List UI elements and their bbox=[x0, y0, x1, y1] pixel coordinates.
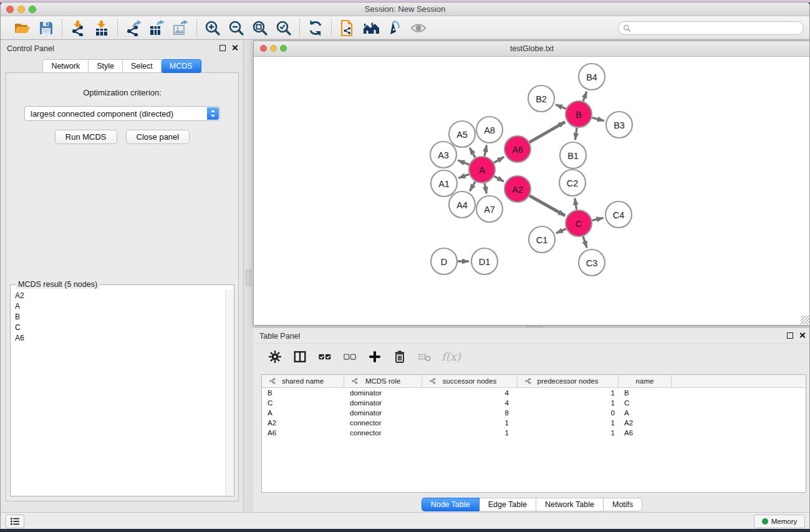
table-cell[interactable]: connector bbox=[344, 419, 422, 427]
task-history-button[interactable] bbox=[6, 515, 24, 528]
table-float-panel-icon[interactable] bbox=[787, 332, 793, 339]
network-file-icon[interactable] bbox=[338, 19, 357, 37]
refresh-icon[interactable] bbox=[306, 19, 325, 37]
tab-style[interactable]: Style bbox=[89, 59, 123, 73]
visual-style-icon[interactable] bbox=[385, 19, 404, 37]
zoom-selected-icon[interactable] bbox=[274, 19, 293, 37]
edge-B-B4[interactable] bbox=[583, 92, 586, 102]
edge-A2-C[interactable] bbox=[529, 196, 565, 216]
node-C2[interactable]: C2 bbox=[559, 170, 586, 196]
node-A7[interactable]: A7 bbox=[476, 196, 503, 222]
table-cell[interactable]: 1 bbox=[518, 429, 619, 437]
tab-edge-table[interactable]: Edge Table bbox=[480, 498, 536, 511]
import-network-icon[interactable] bbox=[69, 19, 87, 37]
add-row-icon[interactable] bbox=[367, 349, 383, 365]
node-B[interactable]: B bbox=[566, 101, 592, 127]
edge-A-A1[interactable] bbox=[459, 174, 470, 178]
table-row[interactable]: Cdominator41C bbox=[262, 398, 806, 408]
table-close-panel-icon[interactable] bbox=[799, 332, 806, 339]
select-all-icon[interactable] bbox=[317, 349, 333, 365]
save-icon[interactable] bbox=[37, 19, 55, 37]
node-A8[interactable]: A8 bbox=[476, 117, 503, 143]
export-image-icon[interactable] bbox=[171, 19, 190, 37]
columns-icon[interactable] bbox=[292, 349, 308, 365]
table-cell[interactable]: 1 bbox=[422, 429, 518, 437]
node-A1[interactable]: A1 bbox=[431, 170, 457, 196]
table-cell[interactable]: connector bbox=[344, 429, 422, 437]
node-C1[interactable]: C1 bbox=[529, 226, 555, 253]
node-C4[interactable]: C4 bbox=[605, 201, 632, 228]
tab-node-table[interactable]: Node Table bbox=[422, 498, 480, 511]
run-mcds-button[interactable]: Run MCDS bbox=[55, 130, 117, 144]
node-A3[interactable]: A3 bbox=[430, 142, 456, 168]
result-scrollbar[interactable] bbox=[225, 290, 233, 495]
deselect-all-icon[interactable] bbox=[342, 349, 358, 365]
table-cell[interactable]: A2 bbox=[262, 419, 344, 427]
zoom-out-icon[interactable] bbox=[227, 19, 246, 37]
export-network-icon[interactable] bbox=[124, 19, 143, 37]
float-panel-icon[interactable] bbox=[219, 45, 226, 51]
tab-network-table[interactable]: Network Table bbox=[536, 498, 604, 511]
table-cell[interactable]: dominator bbox=[344, 389, 422, 397]
eye-icon[interactable] bbox=[409, 19, 428, 37]
edge-A-A8[interactable] bbox=[485, 145, 486, 157]
delete-table-icon[interactable] bbox=[417, 349, 433, 365]
window-resize-grip[interactable] bbox=[801, 316, 809, 324]
edge-C-C3[interactable] bbox=[583, 236, 587, 248]
table-cell[interactable]: 1 bbox=[518, 419, 619, 427]
app-titlebar[interactable]: Session: New Session bbox=[1, 2, 809, 16]
edge-A-A3[interactable] bbox=[458, 160, 469, 165]
column-header-MCDS-role[interactable]: MCDS role bbox=[344, 375, 422, 387]
column-header-successor-nodes[interactable]: successor nodes bbox=[422, 375, 518, 387]
node-B1[interactable]: B1 bbox=[560, 142, 586, 168]
node-C[interactable]: C bbox=[566, 210, 592, 236]
result-item[interactable]: A bbox=[11, 301, 224, 311]
table-cell[interactable]: A6 bbox=[619, 429, 672, 437]
table-cell[interactable]: A bbox=[262, 409, 344, 417]
result-item[interactable]: B bbox=[11, 311, 224, 322]
network-canvas[interactable]: B4B2BB3A5A8A6A3B1AA1C2A2A4A7C4CC1C3DD1 bbox=[254, 57, 810, 325]
table-cell[interactable]: 4 bbox=[422, 389, 518, 397]
search-field[interactable] bbox=[618, 21, 804, 35]
node-D[interactable]: D bbox=[431, 248, 457, 274]
mcds-result-list[interactable]: A2ABCA6 bbox=[11, 290, 224, 495]
delete-row-icon[interactable] bbox=[392, 349, 408, 365]
import-table-icon[interactable] bbox=[92, 19, 111, 37]
node-A5[interactable]: A5 bbox=[449, 121, 475, 147]
column-header-shared-name[interactable]: shared name bbox=[262, 375, 344, 387]
edge-B-B2[interactable] bbox=[556, 105, 566, 109]
result-item[interactable]: A6 bbox=[11, 332, 224, 343]
table-cell[interactable]: 1 bbox=[518, 389, 619, 397]
edge-A-A6[interactable] bbox=[494, 157, 504, 163]
edge-C-C1[interactable] bbox=[556, 229, 566, 233]
node-B3[interactable]: B3 bbox=[606, 112, 632, 138]
result-item[interactable]: C bbox=[11, 322, 224, 332]
memory-button[interactable]: Memory bbox=[754, 515, 805, 528]
tab-motifs[interactable]: Motifs bbox=[604, 498, 642, 511]
criterion-dropdown[interactable]: largest connected component (directed) bbox=[24, 106, 220, 121]
zoom-fit-icon[interactable] bbox=[251, 19, 269, 37]
node-A6[interactable]: A6 bbox=[504, 136, 531, 162]
export-table-icon[interactable] bbox=[148, 19, 166, 37]
edge-A-A4[interactable] bbox=[470, 181, 475, 191]
table-cell[interactable]: A6 bbox=[262, 429, 344, 437]
tab-network[interactable]: Network bbox=[42, 59, 89, 73]
table-cell[interactable]: B bbox=[262, 389, 344, 397]
edge-B-B3[interactable] bbox=[592, 118, 604, 121]
network-window-titlebar[interactable]: testGlobe.txt bbox=[254, 41, 810, 57]
edge-B-B1[interactable] bbox=[575, 128, 577, 140]
column-header-predecessor-nodes[interactable]: predecessor nodes bbox=[518, 375, 619, 387]
close-panel-button[interactable]: Close panel bbox=[126, 130, 190, 144]
table-cell[interactable]: 8 bbox=[422, 409, 518, 417]
gear-icon[interactable] bbox=[267, 349, 283, 365]
edge-A-A7[interactable] bbox=[485, 183, 486, 194]
tab-select[interactable]: Select bbox=[123, 59, 162, 73]
table-cell[interactable]: 4 bbox=[422, 399, 518, 407]
table-cell[interactable]: dominator bbox=[344, 399, 422, 407]
node-A2[interactable]: A2 bbox=[504, 176, 531, 202]
table-cell[interactable]: 1 bbox=[518, 399, 619, 407]
table-row[interactable]: A2connector11A2 bbox=[262, 418, 806, 428]
node-A[interactable]: A bbox=[469, 157, 495, 183]
edge-C-C4[interactable] bbox=[592, 218, 603, 220]
table-cell[interactable]: B bbox=[619, 389, 672, 397]
